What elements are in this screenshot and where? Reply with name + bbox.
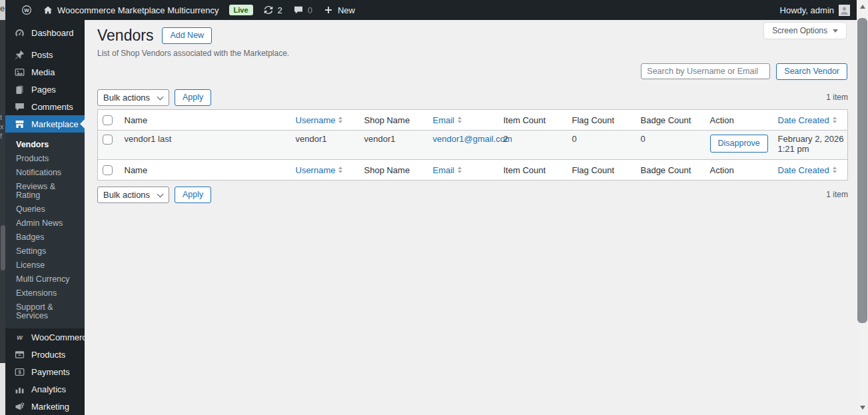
column-header-username: Username — [296, 115, 336, 125]
sidebar-item-woocommerce[interactable]: w WooCommerce — [5, 328, 85, 346]
column-header-item-count: Item Count — [504, 115, 546, 125]
howdy-text[interactable]: Howdy, admin — [780, 5, 834, 15]
dashboard-icon — [14, 27, 25, 39]
box-icon — [14, 349, 25, 360]
add-new-button[interactable]: Add New — [162, 27, 212, 44]
current-menu-arrow — [75, 119, 85, 129]
sidebar-item-label: Comments — [31, 102, 73, 112]
disapprove-button[interactable]: Disapprove — [710, 135, 768, 153]
sidebar-item-pages[interactable]: Pages — [5, 81, 85, 98]
sidebar-item-posts[interactable]: Posts — [5, 46, 85, 63]
sidebar-item-label: Analytics — [31, 384, 66, 394]
sidebar-item-marketplace[interactable]: Marketplace — [5, 115, 85, 133]
marketplace-submenu: Vendors Products Notifications Reviews &… — [5, 133, 85, 328]
apply-button-bottom[interactable]: Apply — [175, 187, 211, 203]
background-page-edge-artifact: e t x f — [0, 0, 5, 415]
sidebar-subitem-multi-currency[interactable]: Multi Currency — [5, 272, 85, 286]
edge-artifact-strip: t x f — [0, 20, 5, 363]
vertical-scrollbar[interactable] — [857, 0, 868, 415]
apply-button[interactable]: Apply — [175, 89, 211, 106]
column-header-action: Action — [710, 115, 734, 125]
sidebar-subitem-settings[interactable]: Settings — [5, 244, 85, 258]
sort-username-link[interactable]: Username — [296, 115, 343, 125]
wordpress-admin-screen: e t x f W Woocommerce Marketplace Multic… — [0, 0, 868, 415]
column-header-name: Name — [125, 115, 148, 125]
bulk-actions-select[interactable]: Bulk actions — [97, 89, 169, 106]
sidebar-subitem-badges[interactable]: Badges — [5, 230, 85, 244]
sort-email-link[interactable]: Email — [433, 115, 462, 125]
sidebar-subitem-extensions[interactable]: Extensions — [5, 286, 85, 300]
table-header-row: Name Username Shop Name Email Item Count… — [98, 110, 848, 131]
column-footer-email: Email — [433, 165, 455, 175]
sidebar-item-label: Products — [31, 350, 65, 360]
sidebar-subitem-notifications[interactable]: Notifications — [5, 166, 85, 180]
sidebar-subitem-admin-news[interactable]: Admin News — [5, 216, 85, 230]
scroll-down-button[interactable] — [857, 402, 868, 412]
sort-email-link-footer[interactable]: Email — [433, 165, 462, 175]
analytics-icon — [14, 384, 25, 395]
new-label: New — [338, 5, 355, 15]
screen-options-label: Screen Options — [772, 26, 827, 35]
scroll-up-button[interactable] — [857, 1, 868, 11]
update-icon — [263, 5, 274, 15]
search-vendor-button[interactable]: Search Vendor — [776, 63, 847, 80]
cell-flag-count: 0 — [566, 131, 634, 160]
chevron-down-icon — [833, 29, 838, 33]
sidebar-subitem-vendors[interactable]: Vendors — [5, 138, 85, 152]
select-all-checkbox[interactable] — [103, 115, 113, 125]
new-content-menu[interactable]: New — [318, 0, 360, 20]
column-footer-username: Username — [296, 165, 336, 175]
cell-email-link[interactable]: vendor1@gmail.com — [433, 134, 512, 144]
sidebar-subitem-reviews-rating[interactable]: Reviews & Rating — [5, 180, 85, 203]
page-subtitle: List of Shop Vendors associated with the… — [97, 49, 857, 58]
sidebar-item-payments[interactable]: $ Payments — [5, 363, 85, 380]
woocommerce-icon: w — [14, 332, 25, 343]
comments-icon — [14, 101, 25, 113]
cell-item-count: 2 — [497, 131, 566, 160]
media-icon — [14, 67, 25, 78]
search-input[interactable] — [641, 63, 770, 79]
sidebar-subitem-queries[interactable]: Queries — [5, 203, 85, 216]
bulk-actions-select-wrap: Bulk actions — [97, 89, 169, 106]
wordpress-menu[interactable]: W — [5, 0, 37, 20]
item-count: 1 item — [826, 93, 848, 102]
sidebar-item-label: Pages — [31, 85, 56, 95]
column-footer-action: Action — [710, 165, 734, 175]
comments-menu[interactable]: 0 — [288, 0, 318, 20]
edge-artifact-letter: f — [0, 132, 5, 140]
sidebar-subitem-license[interactable]: License — [5, 258, 85, 272]
sort-arrows-icon — [338, 117, 342, 123]
sidebar-item-analytics[interactable]: Analytics — [5, 380, 85, 398]
bulk-actions-select-bottom[interactable]: Bulk actions — [97, 187, 169, 203]
megaphone-icon — [14, 401, 25, 412]
row-checkbox[interactable] — [103, 135, 113, 145]
admin-sidebar: Dashboard Posts Media Pages Comments Mar… — [5, 20, 85, 415]
cell-name: vendor1 last — [118, 131, 289, 160]
column-footer-shop-name: Shop Name — [364, 165, 410, 175]
sidebar-item-dashboard[interactable]: Dashboard — [5, 24, 85, 42]
sort-date-created-link-footer[interactable]: Date Created — [778, 165, 837, 175]
avatar[interactable] — [839, 5, 850, 16]
sidebar-item-comments[interactable]: Comments — [5, 98, 85, 115]
svg-text:$: $ — [18, 369, 21, 375]
sort-date-created-link[interactable]: Date Created — [778, 115, 837, 125]
home-icon — [43, 5, 53, 15]
updates-menu[interactable]: 2 — [258, 0, 288, 20]
select-all-checkbox-footer[interactable] — [103, 165, 113, 175]
scrollbar-thumb[interactable] — [857, 18, 867, 323]
svg-text:w: w — [17, 333, 23, 341]
screen-options-button[interactable]: Screen Options — [763, 22, 847, 39]
sidebar-subitem-products[interactable]: Products — [5, 152, 85, 166]
wordpress-logo-icon: W — [21, 5, 32, 15]
background-scrollbar-thumb — [1, 225, 5, 270]
store-icon — [14, 119, 25, 130]
site-menu[interactable]: Woocommerce Marketplace Multicurrency — [37, 0, 224, 20]
sidebar-item-marketing[interactable]: Marketing — [5, 398, 85, 415]
sort-username-link-footer[interactable]: Username — [296, 165, 343, 175]
column-header-shop-name: Shop Name — [364, 115, 410, 125]
sidebar-item-products[interactable]: Products — [5, 346, 85, 363]
sidebar-subitem-support-services[interactable]: Support & Services — [5, 300, 85, 323]
table-footer-row: Name Username Shop Name Email Item Count… — [98, 160, 848, 181]
sidebar-item-label: Payments — [31, 367, 70, 377]
sidebar-item-media[interactable]: Media — [5, 63, 85, 81]
